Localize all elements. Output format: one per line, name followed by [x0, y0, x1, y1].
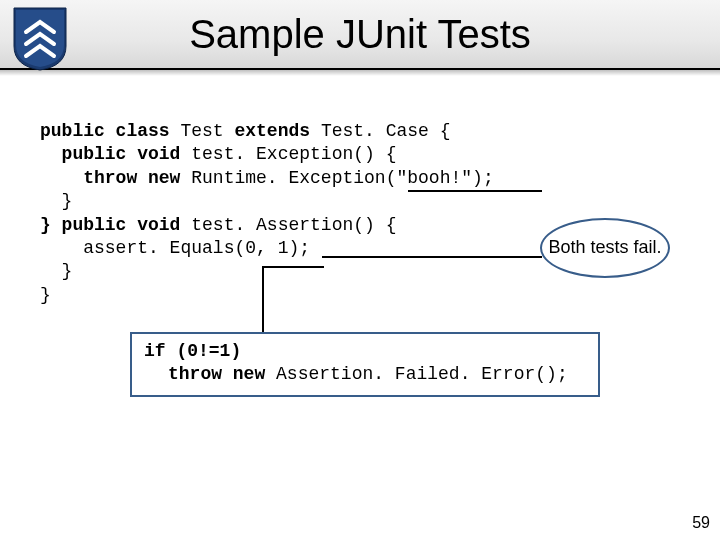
code-line-5: } public void test. Assertion() {: [40, 215, 396, 235]
explain-line-2: throw new Assertion. Failed. Error();: [144, 363, 586, 386]
code-line-7: }: [40, 261, 72, 281]
callout-connector-1: [408, 190, 542, 192]
slide-title: Sample JUnit Tests: [189, 12, 531, 57]
shield-logo: [12, 6, 68, 72]
code-line-4: }: [40, 191, 72, 211]
box-connector-v: [262, 267, 264, 332]
code-block: public class Test extends Test. Case { p…: [40, 120, 680, 307]
code-line-6: assert. Equals(0, 1);: [40, 238, 310, 258]
page-number: 59: [692, 514, 710, 532]
code-line-3: throw new Runtime. Exception("booh!");: [40, 168, 494, 188]
explain-line-1: if (0!=1): [144, 340, 586, 363]
slide-content: public class Test extends Test. Case { p…: [40, 120, 680, 307]
callout-connector-2: [322, 256, 542, 258]
code-line-2: public void test. Exception() {: [40, 144, 396, 164]
code-line-8: }: [40, 285, 51, 305]
slide-header: Sample JUnit Tests: [0, 0, 720, 70]
header-shadow: [0, 70, 720, 76]
code-line-1: public class Test extends Test. Case {: [40, 121, 451, 141]
callout-text: Both tests fail.: [548, 238, 661, 258]
box-connector-h: [262, 266, 324, 268]
fail-callout: Both tests fail.: [540, 218, 670, 278]
explanation-box: if (0!=1) throw new Assertion. Failed. E…: [130, 332, 600, 397]
